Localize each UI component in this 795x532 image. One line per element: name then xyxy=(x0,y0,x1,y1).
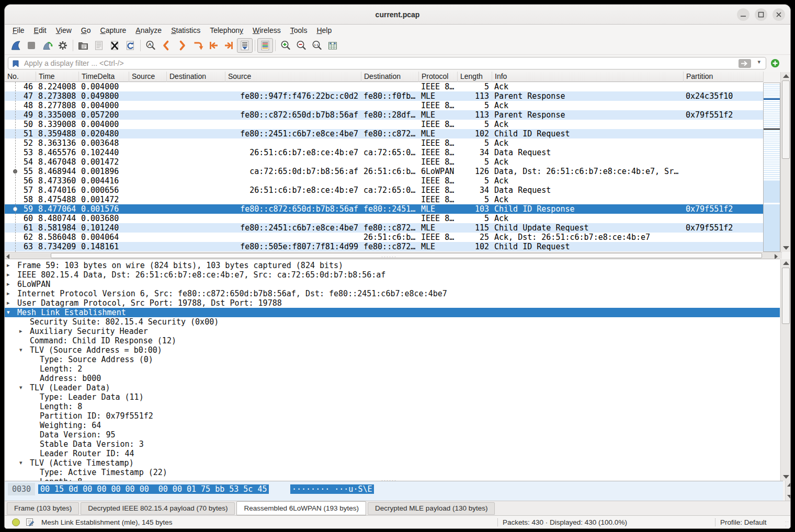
capture-options-button[interactable] xyxy=(55,38,71,53)
scroll-up-icon[interactable] xyxy=(787,483,791,487)
packet-row-56[interactable]: 568.4733600.004416IEEE 8…5Ack xyxy=(5,176,764,186)
scroll-down-icon[interactable] xyxy=(783,475,789,479)
packet-row-55[interactable]: 558.4689440.001896ca:72:65:0d:b7:b8:56:a… xyxy=(5,167,764,176)
detail-line[interactable]: ▾TLV (Source Address = b0:00) xyxy=(5,345,780,355)
scroll-down-icon[interactable] xyxy=(787,495,791,499)
detail-line[interactable]: Data Version: 95 xyxy=(5,430,780,440)
expanded-arrow-icon[interactable]: ▾ xyxy=(19,345,22,355)
packet-row-49[interactable]: 498.3350080.057200fe80::c872:650d:b7b8:5… xyxy=(5,110,764,120)
collapsed-arrow-icon[interactable]: ▸ xyxy=(7,289,10,298)
detail-line[interactable]: ▸6LoWPAN xyxy=(5,280,780,289)
go-first-button[interactable] xyxy=(206,38,221,53)
expanded-arrow-icon[interactable]: ▾ xyxy=(19,458,22,468)
zoom-in-button[interactable] xyxy=(278,38,293,53)
packet-row-58[interactable]: 588.4754880.001472IEEE 8…5Ack xyxy=(5,195,764,204)
packet-row-60[interactable]: 608.4807440.003680IEEE 8…5Ack xyxy=(5,214,764,223)
packet-row-57[interactable]: 578.4740160.00065626:51:c6:b7:e8:ce:4b:e… xyxy=(5,186,764,195)
close-file-button[interactable] xyxy=(107,38,122,53)
detail-line[interactable]: Address: b000 xyxy=(5,374,780,383)
scroll-up-icon[interactable] xyxy=(783,261,789,265)
column-header-no-0[interactable]: No. xyxy=(5,72,36,82)
filter-bookmark-icon[interactable] xyxy=(12,60,20,70)
packet-row-63[interactable]: 638.7342090.148161fe80::505e:f807:7f81:4… xyxy=(5,242,764,251)
detail-line[interactable]: Length: 8 xyxy=(5,402,780,411)
collapsed-arrow-icon[interactable]: ▸ xyxy=(7,261,10,270)
resize-columns-button[interactable] xyxy=(325,38,340,53)
packet-row-48[interactable]: 488.2778080.004000IEEE 8…5Ack xyxy=(5,101,764,110)
detail-line[interactable]: Stable Data Version: 3 xyxy=(5,440,780,449)
auto-scroll-button[interactable] xyxy=(237,38,253,53)
title-bar[interactable]: current.pcap xyxy=(5,5,790,25)
detail-line[interactable]: ▸Frame 59: 103 bytes on wire (824 bits),… xyxy=(5,261,780,270)
colorize-button[interactable] xyxy=(257,38,273,53)
column-header-length-8[interactable]: Length xyxy=(458,72,492,82)
go-to-packet-button[interactable] xyxy=(190,38,206,53)
zoom-out-button[interactable] xyxy=(293,38,309,53)
packet-row-51[interactable]: 518.3594880.020480fe80::2451:c6b7:e8ce:4… xyxy=(5,129,764,138)
packet-list-scroll-thumb[interactable] xyxy=(782,80,790,159)
expanded-arrow-icon[interactable]: ▾ xyxy=(7,308,10,317)
expanded-arrow-icon[interactable]: ▾ xyxy=(19,383,22,392)
collapsed-arrow-icon[interactable]: ▸ xyxy=(7,298,10,308)
bytes-tab-3[interactable]: Decrypted MLE payload (130 bytes) xyxy=(368,502,495,515)
detail-line[interactable]: Leader Router ID: 44 xyxy=(5,449,780,458)
stop-capture-button[interactable] xyxy=(24,38,39,53)
restart-capture-button[interactable] xyxy=(39,38,55,53)
bytes-tab-2[interactable]: Reassembled 6LoWPAN (193 bytes) xyxy=(236,501,366,515)
packet-row-53[interactable]: 538.4655760.10244026:51:c6:b7:e8:ce:4b:e… xyxy=(5,148,764,157)
bytes-tab-0[interactable]: Frame (103 bytes) xyxy=(7,502,79,515)
apply-filter-button[interactable] xyxy=(739,59,751,70)
minimize-button[interactable] xyxy=(737,8,749,21)
collapsed-arrow-icon[interactable]: ▸ xyxy=(7,280,10,289)
bytes-tab-1[interactable]: Decrypted IEEE 802.15.4 payload (70 byte… xyxy=(81,502,235,515)
bytes-scrollbar[interactable] xyxy=(785,481,791,501)
detail-line[interactable]: Security Suite: 802.15.4 Security (0x00) xyxy=(5,317,780,327)
go-forward-button[interactable] xyxy=(174,38,190,53)
packet-row-54[interactable]: 548.4670480.001472IEEE 8…5Ack xyxy=(5,157,764,167)
scroll-up-icon[interactable] xyxy=(783,74,789,78)
menu-go[interactable]: Go xyxy=(76,25,96,36)
hex-ascii-selected[interactable]: ········ ···u·S\E xyxy=(290,484,374,494)
details-scrollbar[interactable] xyxy=(780,259,791,481)
detail-line[interactable]: Length: 2 xyxy=(5,364,780,374)
save-file-button[interactable] xyxy=(91,38,107,53)
maximize-button[interactable] xyxy=(755,8,767,21)
column-header-protocol-7[interactable]: Protocol xyxy=(419,72,458,82)
detail-line[interactable]: ▸Internet Protocol Version 6, Src: fe80:… xyxy=(5,289,780,298)
expert-info-icon[interactable] xyxy=(12,518,20,526)
menu-help[interactable]: Help xyxy=(312,25,336,36)
packet-row-61[interactable]: 618.5819840.101240fe80::2451:c6b7:e8ce:4… xyxy=(5,223,764,233)
packet-row-52[interactable]: 528.3631360.003648IEEE 8…5Ack xyxy=(5,138,764,148)
scroll-down-icon[interactable] xyxy=(783,246,789,250)
menu-analyze[interactable]: Analyze xyxy=(131,25,166,36)
status-packet-counts[interactable]: Packets: 430 · Displayed: 430 (100.0%) xyxy=(503,516,627,529)
detail-line[interactable]: ▾TLV (Active Timestamp) xyxy=(5,458,780,468)
detail-line[interactable]: ▸User Datagram Protocol, Src Port: 19788… xyxy=(5,298,780,308)
start-capture-button[interactable] xyxy=(8,38,24,53)
menu-edit[interactable]: Edit xyxy=(29,25,51,36)
list-details-splitter[interactable]: ······ xyxy=(381,256,413,258)
open-file-button[interactable] xyxy=(75,38,91,53)
menu-file[interactable]: File xyxy=(8,25,29,36)
detail-line[interactable]: Type: Active Timestamp (22) xyxy=(5,468,780,477)
column-header-source-3[interactable]: Source xyxy=(129,72,167,82)
column-header-destination-4[interactable]: Destination xyxy=(167,72,225,82)
packet-row-59[interactable]: 598.4770640.001576fe80::c872:650d:b7b8:5… xyxy=(5,204,764,214)
detail-line[interactable]: ▸Auxiliary Security Header xyxy=(5,327,780,336)
detail-line[interactable]: Weighting: 64 xyxy=(5,421,780,430)
find-packet-button[interactable]: A xyxy=(143,38,158,53)
packet-row-50[interactable]: 508.3390080.004000IEEE 8…5Ack xyxy=(5,120,764,129)
menu-view[interactable]: View xyxy=(51,25,76,36)
detail-line[interactable]: ▸IEEE 802.15.4 Data, Dst: 26:51:c6:b7:e8… xyxy=(5,270,780,280)
detail-line[interactable]: Command: Child ID Response (12) xyxy=(5,336,780,345)
packet-row-46[interactable]: 468.2240080.004000IEEE 8…5Ack xyxy=(5,82,764,91)
add-filter-button[interactable] xyxy=(770,59,780,68)
detail-line[interactable]: ▾TLV (Leader Data) xyxy=(5,383,780,392)
packet-minimap[interactable] xyxy=(763,83,780,252)
hex-offset[interactable]: 0030 xyxy=(8,483,35,495)
detail-line[interactable]: Type: Source Address (0) xyxy=(5,355,780,364)
column-header-partition-10[interactable]: Partition xyxy=(684,72,764,82)
details-scroll-thumb[interactable] xyxy=(782,268,790,324)
packet-row-47[interactable]: 478.2738080.049800fe80::947f:f476:22bc:c… xyxy=(5,91,764,101)
zoom-original-button[interactable]: 1:1 xyxy=(309,38,325,53)
